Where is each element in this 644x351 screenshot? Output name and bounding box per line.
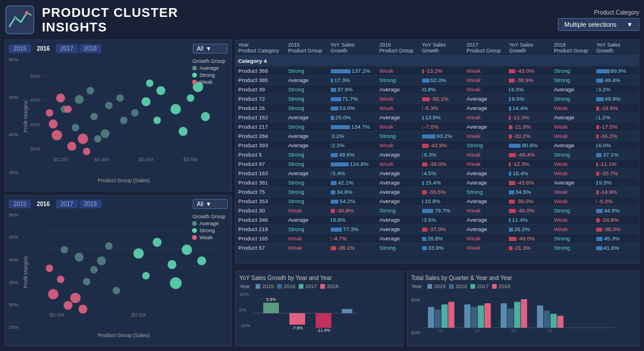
svg-point-57 — [153, 237, 161, 246]
svg-point-19 — [72, 124, 79, 132]
yoy-chart-title: YoY Sales Growth by Year and Year — [239, 275, 399, 281]
svg-point-49 — [75, 253, 83, 261]
growth-group-label-bottom: Growth Group — [192, 214, 225, 219]
table-row: Product 97Strong124.8%Weak-39.0%Weak-12.… — [236, 159, 639, 169]
title-area: PRODUCT CLUSTER INSIGHTS — [5, 5, 178, 35]
year-tab-2016-top[interactable]: 2016 — [32, 44, 54, 53]
ts-legend-2016: 2016 — [449, 283, 467, 289]
table-row: Product 284Average0.2%Strong93.2%Weak-20… — [236, 132, 639, 141]
svg-point-13 — [90, 113, 98, 120]
legend-2017: 2017 — [299, 283, 317, 289]
table-row: Product 5Strong49.6%Average6.3%Weak-48.4… — [236, 150, 639, 159]
average-dot — [192, 66, 197, 70]
svg-point-54 — [61, 246, 68, 253]
table-row: Product 75Strong34.6%Average-35.5%Strong… — [236, 187, 639, 197]
col-2017-group: 2017Product Group — [464, 40, 507, 56]
svg-text:40%: 40% — [30, 122, 41, 127]
legend-average-b: Average — [192, 221, 225, 226]
svg-point-38 — [46, 109, 54, 117]
year-tabs-top: 2015 2016 2017 2018 All ▼ — [9, 44, 228, 54]
svg-text:-11.4%: -11.4% — [317, 328, 330, 333]
svg-point-60 — [142, 272, 150, 279]
yoy-chart-svg: 5.9% -7.9% -11.4% — [253, 292, 358, 335]
table-row: Product 30Weak-30.8%Strong79.7%Weak-46.0… — [236, 206, 639, 215]
svg-point-51 — [105, 242, 113, 250]
svg-point-28 — [179, 127, 187, 136]
legend-2018: 2018 — [320, 283, 338, 289]
svg-point-15 — [120, 116, 128, 124]
table-row: Product 217Strong134.7%Weak-7.0%Average-… — [236, 122, 639, 132]
table-row: Product 165Weak-4.7%Average28.8%Weak-49.… — [236, 234, 639, 243]
table-row: Product 163Average5.4%Average4.5%Average… — [236, 169, 639, 178]
svg-point-67 — [46, 264, 54, 272]
svg-rect-94 — [514, 302, 521, 328]
year-tab-2017-bottom[interactable]: 2017 — [56, 200, 78, 208]
total-sales-chart-area: $5M $0M — [411, 292, 635, 335]
year-tab-2016-bottom[interactable]: 2016 — [32, 200, 54, 208]
scatter-bottom: 2015 2016 2017 2018 All ▼ 50% 45% 40% 35… — [5, 195, 232, 347]
col-product: YearProduct Category — [236, 40, 286, 56]
filter-dropdown-bottom[interactable]: All ▼ — [193, 199, 228, 209]
table-row: Product 57Weak-38.1%Strong33.9%Weak-21.3… — [236, 243, 639, 253]
title-text: PRODUCT CLUSTER INSIGHTS — [42, 5, 178, 35]
legend-weak-b: Weak — [192, 235, 225, 240]
yoy-chart-area: 10% 0% -10% 5. — [239, 292, 399, 335]
col-2017-yoy: YoY SalesGrowth — [507, 40, 551, 56]
svg-text:Q2: Q2 — [475, 328, 480, 332]
svg-rect-79 — [316, 313, 331, 328]
chevron-down-icon: ▼ — [206, 45, 211, 52]
legend-2016: 2016 — [277, 283, 295, 289]
svg-point-23 — [157, 86, 165, 95]
svg-point-22 — [141, 97, 150, 106]
svg-text:Q1: Q1 — [438, 328, 444, 332]
svg-point-31 — [52, 130, 62, 140]
col-2016-yoy: YoY SalesGrowth — [420, 40, 465, 56]
svg-point-12 — [75, 95, 83, 104]
svg-text:35%: 35% — [30, 146, 41, 152]
table-row: Product 218Strong77.3%Average-37.0%Avera… — [236, 225, 639, 234]
svg-text:Profit Margins: Profit Margins — [23, 100, 29, 132]
table-body: Category 4Product 368Strong137.2%Weak-13… — [236, 56, 639, 253]
legend-strong: Strong — [192, 72, 225, 78]
table-scroll[interactable]: YearProduct Category 2015Product Group Y… — [236, 40, 639, 263]
year-tab-2018-top[interactable]: 2018 — [79, 44, 101, 53]
product-category-control: Product Category Multiple selections ▼ — [558, 9, 639, 31]
svg-point-32 — [68, 142, 76, 151]
svg-text:$0.2M: $0.2M — [54, 157, 68, 162]
svg-point-61 — [197, 256, 206, 265]
svg-point-68 — [79, 304, 87, 313]
svg-rect-89 — [471, 307, 477, 328]
svg-rect-98 — [550, 314, 557, 328]
svg-text:$0.6M: $0.6M — [139, 157, 153, 162]
ts-legend-sq-2018 — [492, 284, 497, 289]
header: PRODUCT CLUSTER INSIGHTS Product Categor… — [5, 5, 639, 35]
svg-rect-92 — [500, 303, 507, 328]
category-header-row: Category 4 — [236, 56, 639, 66]
product-category-label: Product Category — [594, 9, 639, 16]
svg-point-14 — [105, 102, 113, 109]
year-tab-2018-bottom[interactable]: 2018 — [79, 200, 101, 208]
ts-legend-2015: 2015 — [427, 283, 445, 289]
chart-icon — [5, 5, 35, 35]
svg-point-2 — [14, 16, 17, 19]
year-tab-2017-top[interactable]: 2017 — [56, 44, 78, 53]
svg-point-55 — [112, 286, 120, 294]
svg-text:$0.0M: $0.0M — [49, 311, 64, 317]
data-table-panel: YearProduct Category 2015Product Group Y… — [235, 40, 639, 264]
ts-legend-2018: 2018 — [492, 283, 510, 289]
table-row: Product 368Strong137.2%Weak-13.2%Weak-43… — [236, 66, 639, 76]
chevron-down-icon: ▼ — [206, 201, 211, 207]
svg-rect-86 — [441, 304, 448, 328]
year-tab-2015-top[interactable]: 2015 — [9, 44, 31, 53]
svg-rect-97 — [543, 311, 550, 328]
svg-rect-93 — [507, 309, 514, 328]
svg-text:$0.8M: $0.8M — [183, 157, 198, 162]
svg-rect-95 — [521, 299, 527, 328]
svg-rect-91 — [484, 303, 491, 328]
year-tab-2015-bottom[interactable]: 2015 — [9, 200, 31, 208]
filter-dropdown-top[interactable]: All ▼ — [193, 44, 228, 54]
col-2015-group: 2015Product Group — [286, 40, 328, 56]
total-sales-chart-card: Total Sales by Quarter & Year and Year Y… — [407, 271, 639, 346]
product-category-dropdown[interactable]: Multiple selections ▼ — [558, 18, 639, 31]
svg-rect-84 — [427, 307, 434, 328]
